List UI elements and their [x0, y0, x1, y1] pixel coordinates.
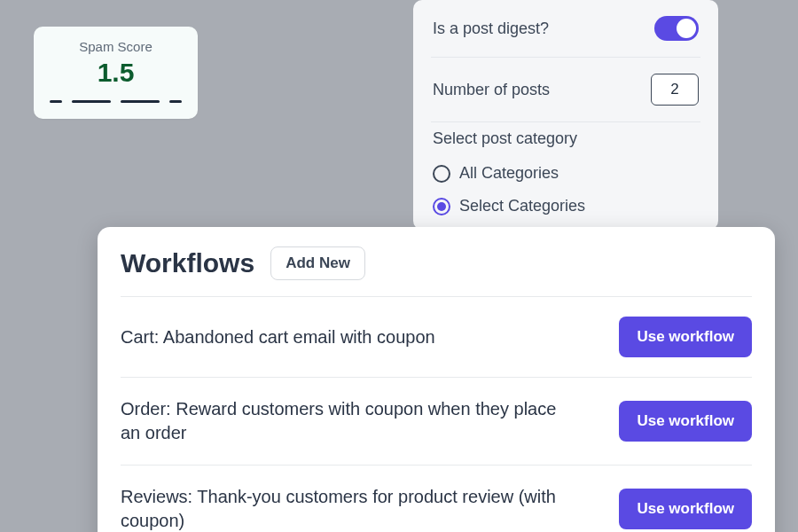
- workflows-card: Workflows Add New Cart: Abandoned cart e…: [98, 227, 775, 532]
- spam-score-indicator: [48, 100, 184, 103]
- num-posts-input[interactable]: [651, 74, 699, 106]
- spam-score-label: Spam Score: [48, 39, 184, 54]
- num-posts-label: Number of posts: [433, 81, 550, 99]
- use-workflow-button[interactable]: Use workflow: [619, 317, 752, 357]
- workflows-title: Workflows: [121, 248, 254, 278]
- radio-all-categories[interactable]: All Categories: [431, 159, 700, 192]
- radio-select-categories[interactable]: Select Categories: [431, 192, 700, 224]
- radio-all-label: All Categories: [459, 164, 559, 183]
- workflow-name: Cart: Abandoned cart email with coupon: [121, 325, 435, 349]
- radio-select-label: Select Categories: [459, 197, 585, 215]
- radio-icon: [433, 198, 450, 215]
- digest-row: Is a post digest?: [431, 0, 700, 58]
- use-workflow-button[interactable]: Use workflow: [619, 401, 752, 442]
- use-workflow-button[interactable]: Use workflow: [619, 489, 752, 529]
- workflow-name: Order: Reward customers with coupon when…: [121, 397, 564, 445]
- toggle-knob-icon: [677, 19, 696, 38]
- digest-toggle[interactable]: [654, 16, 699, 41]
- num-posts-row: Number of posts: [431, 58, 700, 122]
- category-section-label: Select post category: [431, 122, 700, 159]
- post-settings-panel: Is a post digest? Number of posts Select…: [413, 0, 718, 230]
- digest-label: Is a post digest?: [433, 20, 549, 38]
- add-new-button[interactable]: Add New: [270, 246, 365, 280]
- workflows-header: Workflows Add New: [121, 246, 752, 280]
- workflow-row: Order: Reward customers with coupon when…: [121, 377, 752, 465]
- workflow-row: Reviews: Thank-you customers for product…: [121, 465, 752, 532]
- radio-icon: [433, 165, 450, 183]
- spam-score-card: Spam Score 1.5: [34, 27, 198, 119]
- workflow-row: Cart: Abandoned cart email with coupon U…: [121, 296, 752, 377]
- workflow-name: Reviews: Thank-you customers for product…: [121, 485, 564, 532]
- spam-score-value: 1.5: [48, 58, 184, 88]
